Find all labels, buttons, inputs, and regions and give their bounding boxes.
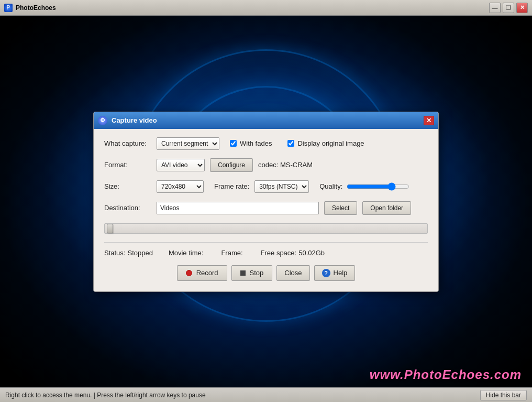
record-label: Record xyxy=(196,269,218,277)
frame-item: Frame: xyxy=(221,249,245,257)
what-capture-select[interactable]: Current segment Full video Selection xyxy=(157,137,219,150)
format-select[interactable]: AVI video MP4 video WMV video xyxy=(157,159,205,171)
close-button[interactable]: Close xyxy=(276,265,309,281)
minimize-button[interactable]: — xyxy=(489,3,501,13)
free-space-label: Free space: xyxy=(261,249,297,257)
scrub-thumb[interactable] xyxy=(107,224,113,233)
help-icon: ? xyxy=(322,269,330,277)
open-folder-button[interactable]: Open folder xyxy=(362,201,411,215)
status-bar-text: Right click to access the menu. | Press … xyxy=(5,392,480,399)
help-label: Help xyxy=(334,269,348,277)
movie-time-item: Movie time: xyxy=(169,249,205,257)
stop-icon xyxy=(240,270,246,276)
format-row: Format: AVI video MP4 video WMV video Co… xyxy=(104,158,428,172)
window-title: PhotoEchoes xyxy=(16,4,489,12)
status-item: Status: Stopped xyxy=(104,249,153,257)
size-select[interactable]: 720x480 1280x720 1920x1080 640x360 xyxy=(157,180,204,193)
quality-group: Quality: xyxy=(319,181,409,192)
with-fades-group: With fades xyxy=(230,139,272,147)
with-fades-checkbox[interactable] xyxy=(230,140,237,147)
divider xyxy=(104,242,428,243)
record-icon xyxy=(186,270,192,276)
dialog-body: What capture: Current segment Full video… xyxy=(94,129,438,291)
scrub-bar[interactable] xyxy=(104,223,428,234)
destination-label: Destination: xyxy=(104,204,151,212)
status-row: Status: Stopped Movie time: Frame: Free … xyxy=(104,249,428,257)
dialog-title: Capture video xyxy=(112,116,419,124)
stop-button[interactable]: Stop xyxy=(231,265,273,281)
framerate-label: Frame rate: xyxy=(214,182,249,190)
display-original-label: Display original image xyxy=(297,139,364,147)
movie-time-label: Movie time: xyxy=(169,249,203,257)
dialog-titlebar: ⚙ Capture video ✕ xyxy=(94,112,438,129)
size-framerate-quality-row: Size: 720x480 1280x720 1920x1080 640x360… xyxy=(104,180,428,193)
display-original-checkbox[interactable] xyxy=(287,140,294,147)
dialog-icon: ⚙ xyxy=(98,116,107,125)
window-titlebar: P PhotoEchoes — ❑ ✕ xyxy=(0,0,532,16)
select-button[interactable]: Select xyxy=(324,201,357,215)
configure-button[interactable]: Configure xyxy=(210,158,253,172)
free-space-item: Free space: 50.02Gb xyxy=(261,249,325,257)
help-button[interactable]: ? Help xyxy=(314,265,356,281)
framerate-select[interactable]: 30fps (NTSC) 25fps (PAL) 24fps (Film) 15… xyxy=(254,180,309,193)
size-label: Size: xyxy=(104,182,151,190)
app-icon: P xyxy=(4,4,13,12)
destination-row: Destination: Select Open folder xyxy=(104,201,428,215)
close-window-button[interactable]: ✕ xyxy=(516,3,528,13)
quality-slider[interactable] xyxy=(347,181,409,192)
restore-button[interactable]: ❑ xyxy=(503,3,514,13)
what-capture-label: What capture: xyxy=(104,139,151,147)
free-space-value: 50.02Gb xyxy=(298,249,325,257)
destination-input[interactable] xyxy=(157,202,319,214)
stop-label: Stop xyxy=(250,269,264,277)
format-label: Format: xyxy=(104,161,151,169)
dialog-overlay: ⚙ Capture video ✕ What capture: Current … xyxy=(0,16,532,387)
scrub-bar-row xyxy=(104,223,428,234)
record-button[interactable]: Record xyxy=(177,265,227,281)
quality-label: Quality: xyxy=(319,182,342,190)
with-fades-label: With fades xyxy=(240,139,272,147)
hide-bar-button[interactable]: Hide this bar xyxy=(480,390,527,400)
status-value: Stopped xyxy=(127,249,152,257)
dialog-close-button[interactable]: ✕ xyxy=(424,116,434,125)
status-bar: Right click to access the menu. | Press … xyxy=(0,387,532,402)
display-original-group: Display original image xyxy=(287,139,364,147)
window-controls: — ❑ ✕ xyxy=(489,3,528,13)
what-capture-row: What capture: Current segment Full video… xyxy=(104,137,428,150)
status-label: Status: xyxy=(104,249,125,257)
frame-label: Frame: xyxy=(221,249,242,257)
action-buttons-row: Record Stop Close ? Help xyxy=(104,265,428,281)
codec-text: codec: MS-CRAM xyxy=(258,161,313,169)
capture-video-dialog: ⚙ Capture video ✕ What capture: Current … xyxy=(93,112,439,292)
